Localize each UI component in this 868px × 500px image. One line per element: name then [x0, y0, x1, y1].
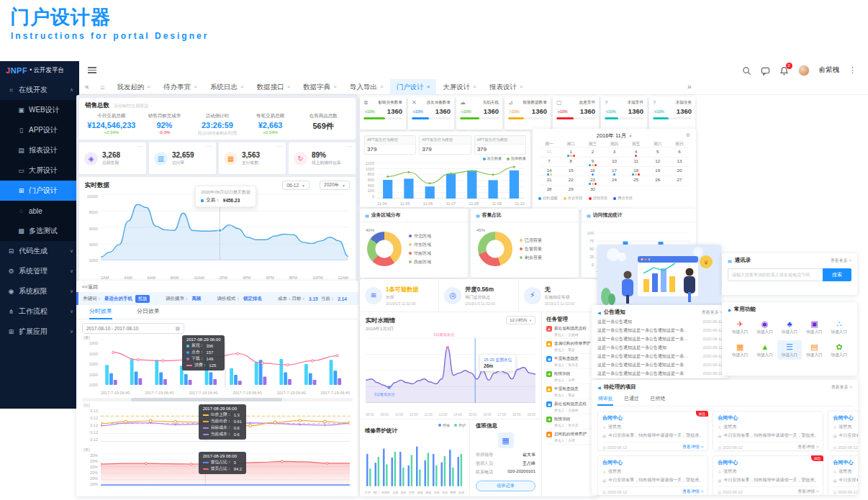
quick-entry[interactable]: ✿ 快捷入口 — [827, 340, 851, 360]
kebab-menu-icon[interactable]: ⋮ — [849, 65, 856, 75]
sidebar-item[interactable]: ⋔ 工作流程 ∨ — [0, 301, 79, 322]
quick-entry[interactable]: ∴ 快捷入口 — [827, 317, 851, 337]
task-item[interactable]: ✚ 险情加固 发送人：王晖 — [546, 371, 593, 384]
calendar-day[interactable]: 25 — [625, 176, 647, 185]
calendar-day[interactable]: 12 — [647, 157, 669, 166]
tab[interactable]: 数据接口 × — [250, 79, 297, 95]
sidebar-item[interactable]: ◌ able — [0, 201, 79, 221]
tab[interactable]: 系统日志 × — [204, 79, 250, 95]
scrollbar-thumb[interactable] — [131, 398, 283, 401]
project-card[interactable]: 合同中心 ♙张世杰 ▤今日安排有事，特向领导申请请假一天，望批准。 ◷2020-… — [713, 411, 823, 451]
search-button[interactable]: 搜索 — [823, 268, 851, 281]
detail-link[interactable]: 查看详情 > — [682, 444, 703, 450]
calendar-day[interactable]: 21 — [538, 176, 560, 185]
calendar-day[interactable]: 24 — [603, 176, 625, 185]
tab[interactable]: 我发起的 × — [111, 79, 158, 95]
user-name[interactable]: 俞紫槐 — [819, 65, 840, 75]
calendar-day[interactable]: 11 — [625, 157, 647, 166]
tab[interactable]: 数据字典 × — [297, 79, 343, 95]
security-kpi-card[interactable]: ⊿ 校验数据数量 +10% 1360 — [505, 96, 551, 129]
apt-model-box[interactable]: APT攻击行为模型379 — [474, 135, 526, 155]
date-select[interactable]: 06-12▼ — [282, 181, 309, 190]
task-item[interactable]: ▣ 年度检查隐患 发送人：李伟圣 — [546, 356, 593, 369]
calendar-day[interactable] — [625, 185, 647, 194]
date-range-input[interactable]: 2017-08-10 - 2017-08-10▦ — [82, 323, 184, 334]
calendar-day[interactable]: 15 — [560, 166, 582, 176]
task-item[interactable]: ◆ 启闭机的维修养护 发送人：王晖 — [546, 432, 593, 445]
quick-entry[interactable]: ✈ 快捷入口 — [728, 317, 752, 337]
detail-link[interactable]: 查看详情 > — [682, 488, 703, 495]
quick-entry[interactable]: ▣ 快捷入口 — [802, 317, 826, 337]
kpi-card[interactable]: ⋯ ▥ 32,659访问量 — [149, 142, 216, 174]
more-icon[interactable]: ⋯ — [207, 143, 212, 150]
sidebar-item[interactable]: ⚙ 系统管理 ∨ — [0, 261, 79, 281]
detail-link[interactable]: 查看详情 > — [797, 488, 818, 495]
tab[interactable]: 报表设计 × — [483, 79, 530, 95]
tab[interactable]: 导入导出 × — [343, 79, 390, 95]
calendar-day[interactable]: 4 — [625, 147, 647, 157]
apt-bar-line-chart[interactable] — [377, 163, 525, 199]
more-icon[interactable]: ⋯ — [137, 143, 143, 150]
notice-item[interactable]: 这是一条公告通知这是一条公告通知2020-06-12 — [597, 343, 723, 352]
kpi-card[interactable]: ⋯ ◈ 3,268总销售额 — [79, 142, 146, 174]
project-card[interactable]: 合同中心 ♙张世杰 ▤今日安排有事，特向领导申请请假一天，望批准。 ◷2020-… — [828, 411, 858, 451]
calendar-day[interactable]: 30 — [582, 185, 603, 194]
tab-close-icon[interactable]: × — [473, 79, 476, 95]
calendar-day[interactable]: 31 — [538, 147, 560, 157]
range-select[interactable]: 12小时内▼ — [506, 316, 535, 324]
calendar-day[interactable]: 8 — [560, 157, 582, 166]
tab-close-icon[interactable]: × — [380, 79, 384, 95]
sidebar-item[interactable]: ◉ 系统权限 ∨ — [0, 281, 79, 301]
security-kpi-card[interactable]: ? 未知文件 +10% 1360 — [601, 96, 647, 129]
duty-log-button[interactable]: 值班记录 — [476, 481, 535, 491]
tab-close-icon[interactable]: × — [148, 79, 151, 95]
notice-item[interactable]: 这是一条公告通知这是一条公告通知这是一条2020-06-12 — [597, 369, 723, 378]
calendar-day[interactable]: 27 — [669, 176, 690, 185]
maintenance-bar-chart[interactable] — [365, 432, 464, 486]
calendar-day[interactable]: 23 — [582, 176, 603, 185]
sidebar-item[interactable]: ▯ APP设计 — [0, 120, 79, 140]
project-card[interactable]: 合同中心 ♙张世杰 ▤今日安排有事，特向领导申请请假一天，望批准。 ◷2020-… — [597, 455, 708, 495]
notice-item[interactable]: 这是一条公告通知这是一条公告通知这是一条公告通...2020-06-12 — [597, 335, 723, 343]
tab-close-icon[interactable]: × — [333, 79, 337, 95]
quick-entry[interactable]: ◉ 快捷入口 — [752, 317, 777, 337]
notice-item[interactable]: 这是一条公告通知2020-06-12 — [597, 317, 723, 326]
calendar-day[interactable]: 10 — [603, 157, 625, 166]
project-card[interactable]: 加急 合同中心 ♙张世杰 ▤今日安排有事，特向领导申请请假一天，望批准。 ◷20… — [828, 455, 858, 495]
more-link[interactable]: 查看更多 > — [831, 384, 852, 391]
project-filter-tab[interactable]: 已通过 — [623, 394, 639, 406]
search-icon[interactable] — [742, 65, 751, 75]
calendar-day[interactable]: 3 — [603, 147, 625, 157]
back-link[interactable]: <<返回 — [76, 281, 358, 292]
avatar[interactable] — [798, 65, 810, 76]
tabs-scroll-left-icon[interactable]: « — [79, 83, 95, 91]
project-card[interactable]: 加急 合同中心 ♙张世杰 ▤今日安排有事，特向领导申请请假一天，望批准。 ◷20… — [713, 455, 823, 495]
security-kpi-card[interactable]: ≣ 影响业务数量 +10% 1360 — [360, 96, 406, 129]
tab[interactable]: 门户设计 × — [390, 79, 437, 95]
kpi-card[interactable]: ⋯ ▦ 3,563支付笔数 — [219, 142, 286, 174]
calendar-day[interactable]: 29 — [560, 185, 582, 194]
hamburger-icon[interactable] — [88, 65, 96, 75]
calendar-day[interactable]: 18 — [625, 166, 647, 176]
message-icon[interactable] — [761, 65, 770, 75]
notice-item[interactable]: 这是一条公告通知这是一条公告通知这是一条2020-06-12 — [597, 360, 723, 369]
calendar-month-select[interactable]: 2016年 11月 — [597, 132, 627, 140]
calendar-day[interactable] — [647, 185, 669, 194]
task-item[interactable]: ▲ 新近巡检隐患流程 发送人：王曲峰 — [546, 326, 593, 339]
security-kpi-card[interactable]: ☁ 失陷主机 +10% 1360 — [456, 96, 502, 129]
tab-close-icon[interactable]: × — [287, 79, 291, 95]
sidebar-item[interactable]: ▭ 大屏设计 — [0, 160, 79, 181]
more-icon[interactable]: ⋯ — [346, 143, 352, 150]
quick-entry[interactable]: ▲ 快捷入口 — [752, 340, 777, 360]
tab[interactable]: 大屏设计 × — [436, 79, 483, 95]
app-logo[interactable]: JNPF • 云开发平台 — [0, 61, 79, 80]
kpi-card[interactable]: ⋯ ↻ 89%线上购物转化率 — [289, 142, 356, 174]
year-select[interactable]: 2020年▼ — [320, 181, 350, 190]
tab[interactable]: 待办事宜 × — [157, 79, 204, 95]
calendar-day[interactable]: 7 — [538, 157, 560, 166]
chart-scrollbar[interactable] — [82, 398, 353, 401]
sidebar-item[interactable]: ⌗ 在线开发 ∧ — [0, 80, 79, 100]
notice-item[interactable]: 这是一条公告通知这是一条公告通知这是一条公告通...2020-06-12 — [597, 352, 723, 360]
calendar-day[interactable]: 28 — [538, 185, 560, 194]
apt-model-box[interactable]: APT攻击行为模型379 — [419, 135, 471, 155]
